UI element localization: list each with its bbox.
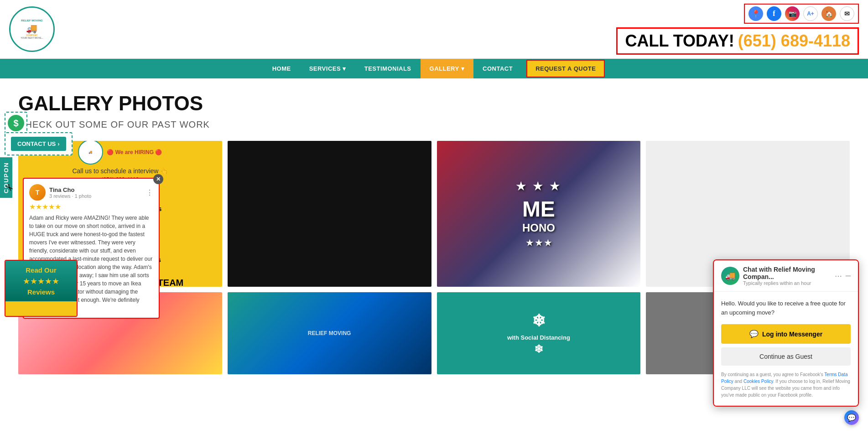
call-banner: CALL TODAY! (651) 689-4118 bbox=[616, 27, 859, 55]
top-header: RELIEF MOVING 🚚 COMPANY YOUR NEXT MOVE..… bbox=[0, 0, 868, 59]
dollar-badge: $ bbox=[5, 112, 27, 134]
reviewer-header: T Tina Cho 3 reviews · 1 photo ⋮ bbox=[29, 184, 153, 201]
nav-contact-link[interactable]: CONTACT bbox=[473, 59, 522, 78]
patriotic-content: ★ ★ ★ ME HONO ★★★ bbox=[507, 171, 570, 257]
chat-widget: 🚚 Chat with Relief Moving Compan... Typi… bbox=[713, 259, 859, 388]
chat-message: Hello. Would you like to receive a free … bbox=[721, 299, 851, 317]
cookies-link[interactable]: Cookies Policy bbox=[743, 379, 773, 384]
review-stars: ★★★★★ bbox=[29, 202, 153, 211]
shield-banner bbox=[5, 301, 77, 316]
patriotic-text-me: ME bbox=[516, 196, 561, 222]
mail-icon[interactable]: ✉ bbox=[840, 6, 854, 21]
reviewer-avatar: T bbox=[29, 184, 46, 201]
chat-guest-btn[interactable]: Continue as Guest bbox=[721, 347, 851, 366]
gallery-item-social-distance: ❄ with Social Distancing ❄ bbox=[437, 292, 641, 374]
facebook-icon[interactable]: f bbox=[767, 6, 781, 21]
gallery-item-blue: RELIEF MOVING bbox=[228, 292, 431, 374]
chat-messenger-btn[interactable]: 💬 Log into Messenger bbox=[721, 324, 851, 344]
terms-link[interactable]: Terms Data Policy bbox=[721, 372, 847, 384]
chat-avatar: 🚚 bbox=[721, 267, 739, 285]
social-distance-text: with Social Distancing bbox=[507, 334, 570, 341]
snowflake-icon-2: ❄ bbox=[534, 343, 543, 356]
messenger-icon-small: 💬 bbox=[749, 330, 759, 338]
gallery-item-black bbox=[228, 141, 431, 287]
home-icon[interactable]: 🏠 bbox=[821, 6, 836, 21]
chat-header: 🚚 Chat with Relief Moving Compan... Typi… bbox=[714, 260, 858, 292]
nav-quote-btn[interactable]: REQUEST A QUOTE bbox=[526, 60, 605, 78]
nav-services[interactable]: SERVICES ▾ bbox=[300, 59, 355, 78]
nav-testimonials[interactable]: TESTIMONIALS bbox=[355, 59, 421, 78]
chat-disclaimer: By continuing as a guest, you agree to F… bbox=[721, 371, 851, 388]
hiring-header: 🚚 🔴 We are HIRING 🔴 bbox=[78, 141, 162, 165]
reviewer-meta: 3 reviews · 1 photo bbox=[49, 193, 91, 199]
instagram-icon[interactable]: 📷 bbox=[785, 6, 800, 21]
reviewer-name: Tina Cho bbox=[49, 186, 91, 193]
nav-gallery[interactable]: GALLERY ▾ bbox=[421, 59, 474, 78]
read-reviews-title: Read Our bbox=[13, 266, 69, 274]
chevron-right-icon: › bbox=[57, 140, 59, 147]
chat-more-icon[interactable]: ⋯ bbox=[835, 272, 842, 280]
page-subtitle: CHECK OUT SOME OF OUR PAST WORK bbox=[18, 119, 850, 130]
patriotic-text-hono: HONO bbox=[516, 222, 561, 234]
review-popup-close-btn[interactable]: ✕ bbox=[153, 174, 163, 184]
chat-title: Chat with Relief Moving Compan... bbox=[743, 266, 831, 280]
header-right: 📍 f 📷 A+ 🏠 ✉ CALL TODAY! (651) 689-4118 bbox=[616, 4, 859, 55]
nav-bar: HOME SERVICES ▾ TESTIMONIALS GALLERY ▾ C… bbox=[0, 59, 868, 78]
call-today-label: CALL TODAY! bbox=[625, 31, 734, 51]
read-reviews-badge: ✕ Read Our ★★★★★ Reviews bbox=[5, 260, 78, 317]
read-reviews-stars: ★★★★★ bbox=[13, 276, 69, 286]
dollar-icon: $ bbox=[8, 115, 24, 131]
patriotic-stars: ★ ★ ★ bbox=[516, 180, 561, 193]
hiring-subtitle: Call us to schedule a interview 👆 bbox=[72, 167, 168, 175]
nav-home[interactable]: HOME bbox=[263, 59, 300, 78]
chat-header-icons: ⋯ ─ bbox=[835, 272, 851, 280]
shield-badge: Read Our ★★★★★ Reviews bbox=[5, 261, 77, 301]
phone-number[interactable]: (651) 689-4118 bbox=[738, 31, 850, 51]
social-icons-bar: 📍 f 📷 A+ 🏠 ✉ bbox=[744, 4, 859, 24]
reviewer-more-icon[interactable]: ⋮ bbox=[146, 188, 153, 197]
logo: RELIEF MOVING 🚚 COMPANY YOUR NEXT MOVE..… bbox=[9, 6, 55, 52]
chat-subtitle: Typically replies within an hour bbox=[743, 280, 831, 286]
chat-body: Hello. Would you like to receive a free … bbox=[714, 292, 858, 388]
read-reviews-label: Reviews bbox=[13, 288, 69, 296]
hiring-logo: 🚚 bbox=[78, 141, 103, 165]
google-plus-icon[interactable]: A+ bbox=[803, 6, 818, 21]
snowflake-icon: ❄ bbox=[532, 311, 546, 331]
logo-area: RELIEF MOVING 🚚 COMPANY YOUR NEXT MOVE..… bbox=[9, 6, 55, 52]
page-title: GALLERY PHOTOS bbox=[18, 92, 850, 115]
contact-widget: CONTACT US › bbox=[5, 132, 73, 155]
chat-minimize-icon[interactable]: ─ bbox=[846, 272, 851, 280]
google-maps-icon[interactable]: 📍 bbox=[748, 6, 763, 21]
gallery-item-patriotic: ★ ★ ★ ME HONO ★★★ bbox=[437, 141, 641, 287]
contact-us-button[interactable]: CONTACT US › bbox=[11, 137, 66, 151]
